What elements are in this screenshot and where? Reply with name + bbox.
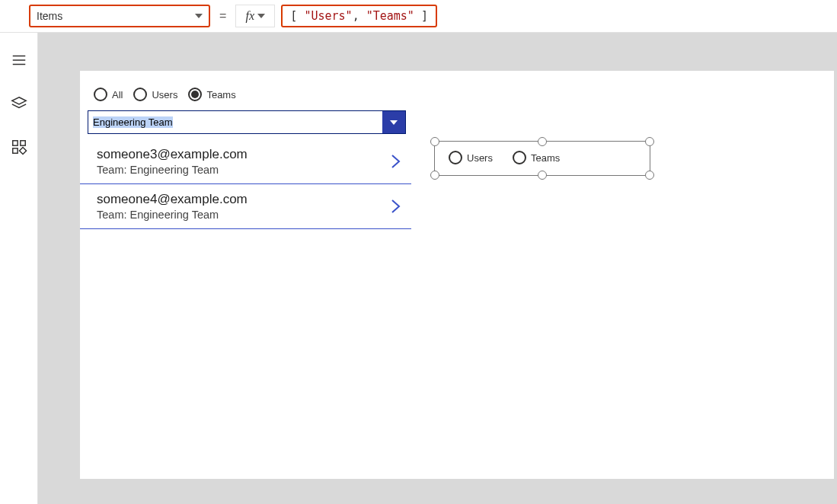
formula-string-2: "Teams" <box>366 9 414 23</box>
resize-handle[interactable] <box>430 137 439 146</box>
list-item-title: someone4@example.com <box>97 192 388 207</box>
radio-label: Teams <box>206 89 235 100</box>
layers-icon[interactable] <box>11 95 27 112</box>
formula-bracket-close: ] <box>414 9 428 23</box>
team-dropdown[interactable]: Engineering Team <box>88 110 406 134</box>
radio-group-filter: All Users Teams <box>94 88 236 101</box>
equals-sign: = <box>216 9 229 23</box>
fx-button[interactable]: fx <box>235 5 275 27</box>
chevron-right-icon <box>388 195 404 218</box>
radio-teams[interactable]: Teams <box>188 88 235 101</box>
formula-input[interactable]: [ "Users" , "Teams" ] <box>281 5 437 27</box>
apps-icon[interactable] <box>11 139 27 155</box>
radio-icon <box>188 88 202 101</box>
radio-label: Users <box>152 89 177 100</box>
radio-group-items: Users Teams <box>449 151 560 164</box>
property-name: Items <box>37 10 62 22</box>
radio-icon <box>449 151 462 164</box>
formula-bracket-open: [ <box>290 9 304 23</box>
radio-users[interactable]: Users <box>133 88 177 101</box>
results-list: someone3@example.com Team: Engineering T… <box>80 139 411 229</box>
resize-handle[interactable] <box>538 137 547 146</box>
svg-rect-4 <box>19 148 26 155</box>
list-item-subtitle: Team: Engineering Team <box>97 164 388 176</box>
selected-radio-control[interactable]: Users Teams <box>434 141 650 176</box>
svg-rect-2 <box>20 141 24 145</box>
svg-rect-3 <box>12 148 17 153</box>
chevron-right-icon <box>388 150 404 173</box>
radio-label: Teams <box>531 152 560 164</box>
svg-marker-0 <box>11 97 25 104</box>
radio-label: All <box>112 89 123 100</box>
formula-string-1: "Users" <box>304 9 352 23</box>
chevron-down-icon <box>382 111 405 133</box>
canvas[interactable]: All Users Teams Engineering Team someone… <box>80 71 834 479</box>
list-item[interactable]: someone4@example.com Team: Engineering T… <box>80 184 411 229</box>
formula-bar-empty[interactable] <box>443 5 831 27</box>
resize-handle[interactable] <box>430 171 439 180</box>
chevron-down-icon <box>257 14 265 18</box>
radio-all[interactable]: All <box>94 88 123 101</box>
property-dropdown[interactable]: Items <box>29 5 210 27</box>
svg-rect-1 <box>12 141 17 145</box>
radio-icon <box>513 151 526 164</box>
resize-handle[interactable] <box>645 137 654 146</box>
resize-handle[interactable] <box>538 171 547 180</box>
fx-label: fx <box>246 9 255 23</box>
radio-teams[interactable]: Teams <box>513 151 560 164</box>
hamburger-icon[interactable] <box>11 52 27 69</box>
radio-users[interactable]: Users <box>449 151 493 164</box>
list-item[interactable]: someone3@example.com Team: Engineering T… <box>80 139 411 184</box>
dropdown-value: Engineering Team <box>88 111 382 133</box>
chevron-down-icon <box>195 14 203 18</box>
list-item-subtitle: Team: Engineering Team <box>97 209 388 221</box>
radio-label: Users <box>467 152 493 164</box>
formula-sep: , <box>353 9 366 23</box>
list-item-title: someone3@example.com <box>97 147 388 162</box>
radio-icon <box>94 88 107 101</box>
radio-icon <box>133 88 147 101</box>
resize-handle[interactable] <box>645 171 654 180</box>
